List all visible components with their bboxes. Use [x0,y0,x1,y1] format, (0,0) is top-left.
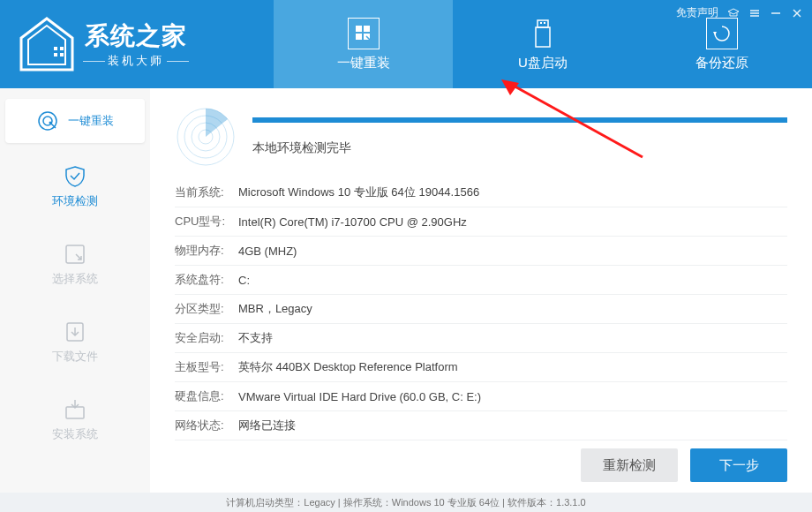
tab-reinstall[interactable]: 一键重装 [274,0,453,88]
info-row: 硬盘信息:VMware Virtual IDE Hard Drive (60.0… [175,382,787,411]
menu-icon[interactable] [748,7,761,19]
logo-icon [16,13,78,75]
info-label: 分区类型: [175,301,238,317]
info-value: Microsoft Windows 10 专业版 64位 19044.1566 [238,184,479,200]
next-button[interactable]: 下一步 [690,448,787,482]
info-value: 网络已连接 [238,418,296,433]
sidebar: 一键重装 环境检测 选择系统 下载文件 安装系统 [0,88,150,493]
shield-icon [64,165,86,188]
scan-status-text: 本地环境检测完毕 [252,140,787,156]
disclaimer-link[interactable]: 免责声明 [676,5,718,20]
system-info-table: 当前系统:Microsoft Windows 10 专业版 64位 19044.… [175,178,787,440]
minimize-icon[interactable] [770,7,782,19]
svg-rect-8 [356,34,362,40]
app-header: 系统之家 装机大师 一键重装 U盘启动 备份还原 免责声明 [0,0,812,88]
logo-area: 系统之家 装机大师 [0,0,274,88]
info-value: 英特尔 440BX Desktop Reference Platform [238,359,458,375]
target-icon [36,109,59,132]
sidebar-item-label: 选择系统 [52,271,98,287]
tab-label: 一键重装 [337,55,390,72]
info-row: 当前系统:Microsoft Windows 10 专业版 64位 19044.… [175,178,787,207]
backup-icon [706,18,738,49]
info-value: MBR，Legacy [238,301,312,317]
sidebar-item-label: 一键重装 [68,113,114,129]
svg-rect-6 [356,26,362,32]
main-content: 本地环境检测完毕 当前系统:Microsoft Windows 10 专业版 6… [150,88,812,493]
info-row: 分区类型:MBR，Legacy [175,295,787,324]
logo-title: 系统之家 [85,19,187,53]
tab-usb-boot[interactable]: U盘启动 [453,0,632,88]
info-label: CPU型号: [175,214,238,230]
info-value: 不支持 [238,330,273,346]
svg-marker-14 [713,32,717,35]
svg-rect-7 [364,26,370,32]
sidebar-item-label: 环境检测 [52,193,98,209]
info-label: 当前系统: [175,184,238,200]
svg-rect-2 [54,47,57,50]
sidebar-item-label: 安装系统 [52,426,98,442]
titlebar-controls: 免责声明 [676,5,803,20]
info-row: CPU型号:Intel(R) Core(TM) i7-10700 CPU @ 2… [175,207,787,237]
info-row: 网络状态:网络已连接 [175,411,787,440]
info-row: 物理内存:4GB (MHZ) [175,237,787,266]
info-value: C: [238,274,250,287]
sidebar-item-reinstall[interactable]: 一键重装 [5,99,145,143]
graduation-icon[interactable] [727,7,740,19]
status-bar: 计算机启动类型：Legacy | 操作系统：Windows 10 专业版 64位… [0,493,812,512]
info-row: 系统盘符:C: [175,266,787,295]
svg-rect-10 [538,20,548,27]
tab-label: 备份还原 [695,55,748,72]
download-icon [64,320,86,343]
info-value: 4GB (MHZ) [238,245,297,258]
info-label: 物理内存: [175,243,238,259]
info-value: Intel(R) Core(TM) i7-10700 CPU @ 2.90GHz [238,215,467,229]
close-icon[interactable] [791,7,803,19]
svg-rect-13 [536,27,550,47]
recheck-button[interactable]: 重新检测 [581,448,678,482]
scan-radar-icon [175,106,237,168]
svg-marker-1 [28,26,65,64]
sidebar-item-download: 下载文件 [5,304,145,381]
install-icon [64,398,86,421]
windows-icon [348,18,380,49]
svg-rect-5 [60,53,64,56]
svg-rect-12 [544,22,545,24]
sidebar-item-select-system: 选择系统 [5,226,145,304]
info-label: 安全启动: [175,330,238,346]
sidebar-item-env-check: 环境检测 [5,148,145,226]
svg-rect-26 [66,245,84,263]
usb-icon [527,18,559,49]
logo-subtitle: 装机大师 [85,53,187,69]
select-icon [64,243,86,266]
sidebar-item-install: 安装系统 [5,381,145,459]
svg-rect-4 [54,53,57,56]
info-value: VMware Virtual IDE Hard Drive (60.0 GB, … [238,390,481,403]
progress-bar [252,117,787,123]
svg-rect-11 [540,22,542,24]
tab-label: U盘启动 [518,55,568,72]
svg-rect-3 [60,47,64,50]
info-label: 系统盘符: [175,272,238,288]
info-label: 主板型号: [175,359,238,375]
status-text: 计算机启动类型：Legacy | 操作系统：Windows 10 专业版 64位… [226,496,585,509]
sidebar-item-label: 下载文件 [52,349,98,365]
info-row: 主板型号:英特尔 440BX Desktop Reference Platfor… [175,353,787,382]
info-label: 硬盘信息: [175,388,238,404]
info-label: 网络状态: [175,418,238,433]
info-row: 安全启动:不支持 [175,324,787,353]
